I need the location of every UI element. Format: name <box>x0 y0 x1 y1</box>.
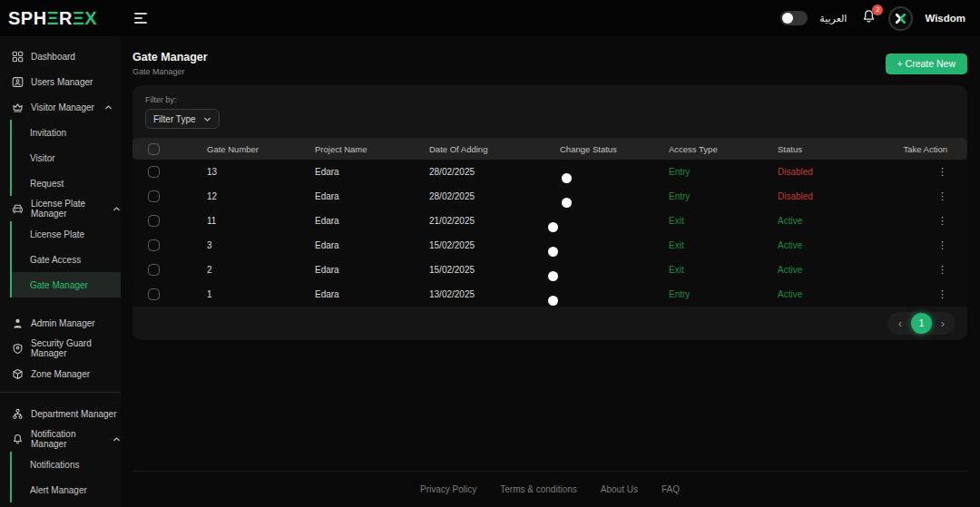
select-all-checkbox[interactable] <box>148 143 160 155</box>
sidebar-submenu: License PlateGate AccessGate Manager <box>10 221 121 297</box>
sidebar-subitem-label: Notifications <box>30 460 79 470</box>
language-label[interactable]: العربية <box>819 13 847 24</box>
car-icon <box>12 203 24 215</box>
column-header-take-action: Take Action <box>903 144 967 154</box>
sidebar-subitem-notifications[interactable]: Notifications <box>12 452 121 477</box>
user-name[interactable]: Wisdom <box>925 13 965 24</box>
sidebar-item-dashboard[interactable]: Dashboard <box>0 44 121 69</box>
crown-icon <box>12 102 24 113</box>
status-cell: Active <box>778 289 887 299</box>
sidebar-subitem-request[interactable]: Request <box>12 171 121 196</box>
sidebar-item-visitor-manager[interactable]: Visitor Manager <box>0 94 121 120</box>
date-of-adding-cell: 28/02/2025 <box>429 191 560 201</box>
table-row: 3 Edara 15/02/2025 Exit Active ⋮ <box>132 233 967 258</box>
notification-bell-icon[interactable]: 2 <box>861 9 877 28</box>
page-title: Gate Manager <box>132 51 208 63</box>
footer-link-faq[interactable]: FAQ <box>662 484 680 494</box>
gates-table-body: 13 Edara 28/02/2025 Entry Disabled ⋮ 12 … <box>132 160 967 307</box>
project-name-cell: Edara <box>315 265 429 275</box>
row-checkbox[interactable] <box>148 288 160 300</box>
prev-page-button[interactable]: ‹ <box>891 312 909 335</box>
footer-link-privacy-policy[interactable]: Privacy Policy <box>420 484 476 494</box>
date-of-adding-cell: 28/02/2025 <box>429 167 560 177</box>
project-name-cell: Edara <box>315 240 429 250</box>
take-action-menu-icon[interactable]: ⋮ <box>937 167 967 177</box>
sidebar-subitem-label: Invitation <box>30 128 66 138</box>
chevron-up-icon <box>113 435 121 444</box>
sidebar-subitem-visitor[interactable]: Visitor <box>12 145 121 171</box>
sidebar-section: DashboardUsers ManagerVisitor ManagerInv… <box>0 44 121 386</box>
sidebar-subitem-label: Gate Access <box>30 255 81 265</box>
sidebar-submenu: NotificationsAlert Manager <box>10 452 121 502</box>
user-card-icon <box>12 76 24 88</box>
chevron-up-icon <box>113 205 121 213</box>
sidebar-item-label: Department Manager <box>31 409 117 419</box>
footer: Privacy PolicyTerms & conditionsAbout Us… <box>132 471 967 507</box>
column-header-access-type: Access Type <box>669 144 778 154</box>
next-page-button[interactable]: › <box>934 312 952 335</box>
sidebar-item-license-plate-manager[interactable]: License Plate Manager <box>0 196 121 221</box>
notification-badge: 2 <box>872 5 883 15</box>
sidebar-item-security-guard-manager[interactable]: Security Guard Manager <box>0 336 121 361</box>
sidebar-item-users-manager[interactable]: Users Manager <box>0 69 121 94</box>
language-toggle[interactable] <box>780 11 808 25</box>
current-page-button[interactable]: 1 <box>911 313 932 334</box>
gate-manager-card: Filter by: Filter Type Gate NumberProjec… <box>132 85 967 340</box>
avatar[interactable] <box>888 6 913 31</box>
take-action-menu-icon[interactable]: ⋮ <box>937 289 967 299</box>
table-row: 1 Edara 13/02/2025 Entry Active ⋮ <box>132 282 967 307</box>
main-content: Gate Manager Gate Manager + Create New F… <box>121 36 980 507</box>
sidebar-item-zone-manager[interactable]: Zone Manager <box>0 361 121 386</box>
sidebar-subitem-alert-manager[interactable]: Alert Manager <box>12 477 121 502</box>
sidebar-section: Department ManagerNotification ManagerNo… <box>0 392 121 502</box>
sidebar-subitem-license-plate[interactable]: License Plate <box>12 221 121 247</box>
hamburger-menu-icon[interactable] <box>134 13 147 24</box>
sidebar-subitem-invitation[interactable]: Invitation <box>12 120 121 145</box>
org-icon <box>12 408 24 420</box>
row-checkbox[interactable] <box>148 264 160 276</box>
take-action-menu-icon[interactable]: ⋮ <box>937 216 967 226</box>
filter-type-value: Filter Type <box>153 114 196 124</box>
filter-type-select[interactable]: Filter Type <box>145 109 220 129</box>
row-checkbox[interactable] <box>148 166 160 178</box>
project-name-cell: Edara <box>315 167 429 177</box>
take-action-menu-icon[interactable]: ⋮ <box>937 265 967 275</box>
project-name-cell: Edara <box>315 216 429 226</box>
take-action-menu-icon[interactable]: ⋮ <box>937 240 967 250</box>
row-checkbox[interactable] <box>148 190 160 202</box>
sidebar-subitem-gate-manager[interactable]: Gate Manager <box>12 272 121 297</box>
topbar: SPHΞRΞX العربية 2 Wisdom <box>0 0 980 36</box>
sidebar-item-label: Zone Manager <box>31 369 90 379</box>
sidebar-item-notification-manager[interactable]: Notification Manager <box>0 426 121 452</box>
gate-number-cell: 2 <box>207 265 315 275</box>
row-checkbox[interactable] <box>148 215 160 227</box>
sidebar-subitem-label: Alert Manager <box>30 485 87 495</box>
date-of-adding-cell: 13/02/2025 <box>429 289 560 299</box>
status-cell: Active <box>778 240 887 250</box>
sidebar-subitem-label: Visitor <box>30 153 55 163</box>
sidebar-subitem-gate-access[interactable]: Gate Access <box>12 247 121 272</box>
sidebar-item-label: Users Manager <box>31 77 93 87</box>
status-cell: Active <box>778 216 887 226</box>
access-type-cell: Entry <box>669 191 778 201</box>
row-checkbox[interactable] <box>148 239 160 251</box>
footer-link-about-us[interactable]: About Us <box>601 484 638 494</box>
sidebar-item-label: Visitor Manager <box>31 102 94 112</box>
take-action-menu-icon[interactable]: ⋮ <box>937 191 967 201</box>
date-of-adding-cell: 15/02/2025 <box>429 240 560 250</box>
logo-part: Ξ <box>73 8 84 28</box>
project-name-cell: Edara <box>315 191 429 201</box>
sidebar-item-department-manager[interactable]: Department Manager <box>0 401 121 426</box>
column-header-project-name: Project Name <box>315 144 429 154</box>
filter-by-label: Filter by: <box>145 95 967 104</box>
grid-icon <box>12 51 24 63</box>
sidebar-item-admin-manager[interactable]: Admin Manager <box>0 310 121 336</box>
logo-part: Ξ <box>47 8 59 28</box>
table-header-row: Gate NumberProject NameDate Of AddingCha… <box>132 138 967 160</box>
logo-part: SPH <box>8 8 47 28</box>
table-row: 13 Edara 28/02/2025 Entry Disabled ⋮ <box>132 160 967 184</box>
access-type-cell: Exit <box>669 240 778 250</box>
sidebar-item-label: Dashboard <box>31 52 75 62</box>
create-new-button[interactable]: + Create New <box>886 54 968 74</box>
footer-link-terms-conditions[interactable]: Terms & conditions <box>500 484 576 494</box>
